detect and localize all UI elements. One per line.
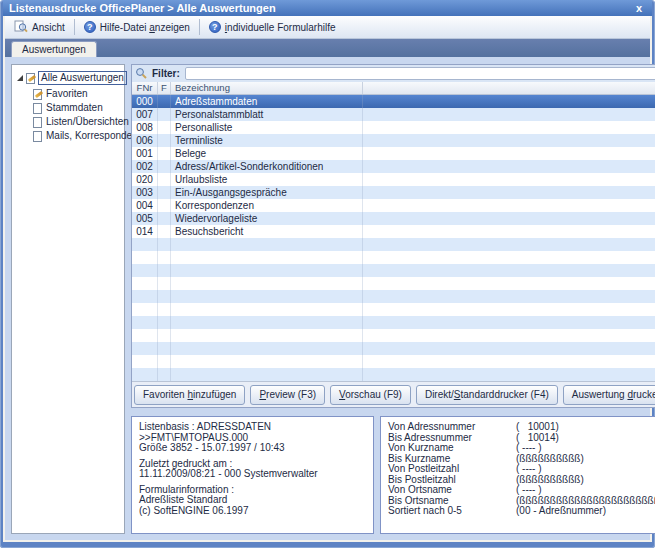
- empty-row[interactable]: [132, 303, 655, 316]
- empty-row[interactable]: [132, 251, 655, 264]
- empty-row[interactable]: [132, 342, 655, 355]
- column-header-f[interactable]: F: [158, 82, 171, 94]
- cell-bezeichnung: [171, 316, 363, 329]
- document-icon: [33, 103, 42, 114]
- column-header-fnr[interactable]: FNr: [132, 82, 158, 94]
- param-label: Von Postleitzahl: [388, 464, 516, 475]
- filter-input[interactable]: [185, 67, 655, 80]
- param-label: Von Adressnummer: [388, 422, 516, 433]
- hilfe-datei-anzeigen-button[interactable]: ? Hilfe-Datei anzeigen: [79, 19, 195, 35]
- individuelle-formularhilfe-button[interactable]: ? individuelle Formularhilfe: [204, 19, 341, 35]
- cell-rest: [363, 342, 655, 355]
- cell-fnr: 014: [132, 225, 158, 238]
- empty-row[interactable]: [132, 355, 655, 368]
- param-row: Sortiert nach 0-5(00 - Adreßnummer): [388, 506, 655, 517]
- cell-bezeichnung: Korrespondenzen: [171, 199, 363, 212]
- auswertung-drucken-button[interactable]: Auswertung drucken: [563, 385, 655, 405]
- cell-rest: [363, 368, 655, 381]
- cell-fnr: [132, 316, 158, 329]
- table-row[interactable]: 000Adreßstammdaten: [132, 95, 655, 108]
- cell-rest: [363, 290, 655, 303]
- empty-row[interactable]: [132, 277, 655, 290]
- tree-item-mails-korrespondenzen[interactable]: Mails, Korrespondenzen: [15, 129, 121, 143]
- cell-rest: [363, 199, 655, 212]
- cell-f: [158, 173, 171, 186]
- cell-fnr: [132, 342, 158, 355]
- params-panel: Von Adressnummer( 10001)Bis Adressnummer…: [380, 416, 655, 534]
- cell-bezeichnung: Urlaubsliste: [171, 173, 363, 186]
- grid-panel: Filter: FNrFBezeichnung 000Adreßstammdat…: [131, 64, 655, 408]
- table-row[interactable]: 003Ein-/Ausgangsgespräche: [132, 186, 655, 199]
- cell-rest: [363, 147, 655, 160]
- formularhilfe-label: individuelle Formularhilfe: [225, 22, 336, 33]
- empty-row[interactable]: [132, 316, 655, 329]
- tree-root-label: Alle Auswertungen: [38, 71, 127, 85]
- info-panel: Listenbasis : ADRESSDATEN>>FMT\FMTOPAUS.…: [131, 416, 374, 534]
- cell-rest: [363, 134, 655, 147]
- cell-f: [158, 199, 171, 212]
- cell-bezeichnung: [171, 238, 363, 251]
- cell-bezeichnung: Personalliste: [171, 121, 363, 134]
- vorschau-button[interactable]: Vorschau (F9): [330, 385, 411, 405]
- cell-fnr: 008: [132, 121, 158, 134]
- param-label: Von Ortsname: [388, 485, 516, 496]
- table-row[interactable]: 001Belege: [132, 147, 655, 160]
- cell-f: [158, 160, 171, 173]
- close-button[interactable]: x: [632, 1, 646, 15]
- table-row[interactable]: 014Besuchsbericht: [132, 225, 655, 238]
- cell-fnr: [132, 238, 158, 251]
- cell-rest: [363, 173, 655, 186]
- cell-f: [158, 316, 171, 329]
- cell-fnr: [132, 251, 158, 264]
- empty-row[interactable]: [132, 264, 655, 277]
- table-row[interactable]: 008Personalliste: [132, 121, 655, 134]
- cell-rest: [363, 108, 655, 121]
- cell-fnr: [132, 290, 158, 303]
- direkt-standarddrucker-button[interactable]: Direkt/Standarddrucker (F4): [416, 385, 558, 405]
- param-row: Von Kurzname( ---- ): [388, 443, 655, 454]
- param-value: ( ---- ): [516, 464, 542, 475]
- column-header-rest[interactable]: [363, 82, 655, 94]
- table-row[interactable]: 007Personalstammblatt: [132, 108, 655, 121]
- cell-fnr: 001: [132, 147, 158, 160]
- cell-f: [158, 212, 171, 225]
- cell-f: [158, 329, 171, 342]
- expander-icon[interactable]: [17, 75, 23, 81]
- cell-f: [158, 251, 171, 264]
- cell-fnr: 007: [132, 108, 158, 121]
- param-label: Sortiert nach 0-5: [388, 506, 516, 517]
- cell-f: [158, 134, 171, 147]
- table-row[interactable]: 005Wiedervorlageliste: [132, 212, 655, 225]
- bottom-panels: Listenbasis : ADRESSDATEN>>FMT\FMTOPAUS.…: [131, 416, 655, 534]
- tree-root-alle-auswertungen[interactable]: Alle Auswertungen: [15, 71, 121, 85]
- empty-row[interactable]: [132, 329, 655, 342]
- empty-row[interactable]: [132, 290, 655, 303]
- table-row[interactable]: 020Urlaubsliste: [132, 173, 655, 186]
- help-icon: ?: [84, 21, 96, 33]
- table-row[interactable]: 002Adress/Artikel-Sonderkonditionen: [132, 160, 655, 173]
- cell-bezeichnung: [171, 303, 363, 316]
- toolbar-separator: [199, 19, 200, 35]
- empty-row[interactable]: [132, 238, 655, 251]
- cell-rest: [363, 316, 655, 329]
- param-row: Von Postleitzahl( ---- ): [388, 464, 655, 475]
- info-line: Adreßliste Standard: [139, 495, 366, 506]
- tree-item-label: Listen/Übersichten: [46, 116, 129, 128]
- tab-auswertungen[interactable]: Auswertungen: [11, 41, 97, 57]
- tree-item-favoriten[interactable]: Favoriten: [15, 87, 121, 101]
- tree-item-listen-bersichten[interactable]: Listen/Übersichten: [15, 115, 121, 129]
- table-row[interactable]: 006Terminliste: [132, 134, 655, 147]
- ansicht-button[interactable]: Ansicht: [9, 18, 70, 37]
- filter-label: Filter:: [152, 68, 180, 79]
- param-value: ( 10001): [516, 422, 559, 433]
- cell-fnr: 020: [132, 173, 158, 186]
- favoriten-hinzufuegen-button[interactable]: Favoriten hinzufügen: [134, 385, 245, 405]
- cell-rest: [363, 212, 655, 225]
- column-header-bezeichnung[interactable]: Bezeichnung: [171, 82, 363, 94]
- tree-item-stammdaten[interactable]: Stammdaten: [15, 101, 121, 115]
- empty-row[interactable]: [132, 368, 655, 381]
- preview-button[interactable]: Preview (F3): [250, 385, 325, 405]
- table-row[interactable]: 004Korrespondenzen: [132, 199, 655, 212]
- toolbar: Ansicht ? Hilfe-Datei anzeigen ? individ…: [5, 16, 650, 39]
- cell-fnr: 005: [132, 212, 158, 225]
